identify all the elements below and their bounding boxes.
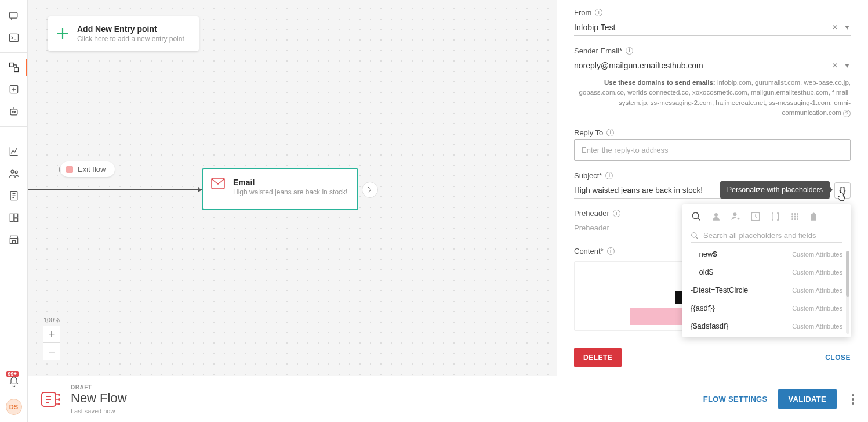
from-label: Fromi	[574, 8, 851, 17]
rail-broadcast-icon[interactable]	[1, 78, 27, 100]
delete-button[interactable]: DELETE	[574, 348, 622, 367]
flow-saved-label: Last saved now	[71, 407, 384, 414]
info-icon[interactable]: i	[626, 47, 633, 55]
svg-rect-1	[9, 34, 18, 41]
svg-rect-14	[212, 178, 224, 189]
flow-settings-button[interactable]: FLOW SETTINGS	[703, 395, 768, 403]
from-value: Infobip Test	[574, 23, 615, 32]
info-icon[interactable]: i	[606, 129, 614, 136]
rail-doc-icon[interactable]	[1, 185, 27, 207]
info-icon[interactable]: i	[595, 9, 602, 16]
search-icon	[691, 232, 699, 240]
svg-point-22	[791, 218, 793, 220]
close-button[interactable]: CLOSE	[825, 354, 851, 362]
rail-bot-icon[interactable]	[1, 100, 27, 122]
svg-point-21	[797, 216, 798, 218]
svg-rect-0	[9, 12, 17, 18]
info-icon[interactable]: i	[607, 247, 615, 255]
svg-point-6	[12, 111, 13, 113]
bottom-bar: DRAFT New Flow Last saved now FLOW SETTI…	[28, 376, 868, 422]
placeholder-popover: __new$Custom Attributes __old$Custom Att…	[682, 204, 851, 337]
placeholder-item[interactable]: {$adsfasdf}Custom Attributes	[682, 317, 851, 335]
notifications-bell[interactable]: 99+	[1, 371, 27, 393]
svg-point-19	[791, 216, 793, 218]
zoom-in-button[interactable]: +	[43, 326, 60, 343]
domains-hint: Use these domains to send emails: infobi…	[574, 78, 851, 118]
zoom-out-button[interactable]: –	[43, 343, 60, 360]
exit-flow-chip[interactable]: Exit flow	[60, 161, 115, 177]
ph-tab-person[interactable]	[707, 208, 725, 225]
rail-analytics-icon[interactable]	[1, 140, 27, 163]
entry-title: Add New Entry point	[77, 24, 190, 34]
replyto-label: Reply Toi	[574, 128, 851, 137]
sender-select[interactable]: noreply@mailgun.emailtesthub.com ✕▼	[574, 57, 851, 74]
svg-rect-11	[10, 214, 13, 221]
placeholder-item[interactable]: -Dtest=TestCircleCustom Attributes	[682, 281, 851, 299]
rail-chat-icon[interactable]	[1, 5, 27, 27]
help-icon[interactable]: ?	[843, 110, 851, 117]
personalize-tooltip: Personalize with placeholders	[720, 181, 830, 199]
chevron-down-icon[interactable]: ▼	[844, 62, 851, 70]
rail-terminal-icon[interactable]	[1, 27, 27, 49]
connector-line	[28, 169, 63, 169]
svg-rect-3	[14, 68, 18, 72]
svg-rect-2	[9, 63, 13, 67]
more-menu-button[interactable]	[847, 389, 856, 409]
flow-logo-icon	[39, 388, 63, 411]
svg-point-8	[11, 170, 14, 173]
ph-tab-brackets[interactable]	[766, 208, 785, 225]
clear-icon[interactable]: ✕	[832, 62, 838, 70]
rail-flow-icon[interactable]	[1, 56, 27, 78]
ph-tab-person-gear[interactable]	[727, 208, 745, 225]
email-node-subtitle: High waisted jeans are back in stock!	[233, 188, 349, 196]
flow-canvas[interactable]: Add New Entry point Click here to add a …	[28, 0, 557, 376]
svg-point-24	[797, 218, 798, 220]
subject-label: Subject*i	[574, 171, 851, 180]
clear-icon[interactable]: ✕	[832, 23, 838, 31]
svg-rect-13	[14, 218, 17, 222]
plus-icon	[55, 26, 70, 41]
chevron-down-icon[interactable]: ▼	[844, 23, 851, 31]
svg-rect-12	[14, 214, 17, 217]
scrollbar-thumb[interactable]	[846, 251, 849, 297]
validate-button[interactable]: VALIDATE	[778, 389, 837, 409]
flow-status: DRAFT	[71, 384, 384, 391]
rail-template-icon[interactable]	[1, 207, 27, 229]
svg-point-7	[14, 111, 15, 113]
svg-point-9	[15, 171, 17, 173]
zoom-level: 100%	[43, 316, 60, 323]
from-select[interactable]: Infobip Test ✕▼	[574, 19, 851, 36]
svg-point-17	[794, 213, 796, 215]
placeholder-item[interactable]: {{asdf}}Custom Attributes	[682, 299, 851, 317]
placeholder-search[interactable]	[691, 229, 842, 243]
exit-flow-label: Exit flow	[78, 165, 106, 174]
user-avatar[interactable]: DS	[6, 399, 22, 415]
cursor-icon	[836, 190, 847, 203]
sender-label: Sender Email*i	[574, 46, 851, 55]
node-output-handle[interactable]	[362, 182, 378, 198]
email-node-title: Email	[233, 178, 349, 187]
replyto-input[interactable]: Enter the reply-to address	[574, 139, 851, 161]
placeholder-search-input[interactable]	[703, 231, 842, 240]
svg-point-18	[797, 213, 798, 215]
info-icon[interactable]: i	[605, 172, 613, 179]
placeholder-item[interactable]: __old$Custom Attributes	[682, 263, 851, 281]
ph-tab-company[interactable]	[805, 208, 824, 225]
svg-rect-5	[10, 109, 17, 115]
scrollbar[interactable]	[846, 251, 849, 334]
ph-tab-grid[interactable]	[786, 208, 804, 225]
placeholder-list: __new$Custom Attributes __old$Custom Att…	[682, 245, 851, 335]
ph-tab-search[interactable]	[687, 208, 706, 225]
sender-value: noreply@mailgun.emailtesthub.com	[574, 61, 703, 70]
rail-store-icon[interactable]	[1, 229, 27, 251]
svg-point-20	[794, 216, 796, 218]
add-entry-point-card[interactable]: Add New Entry point Click here to add a …	[48, 16, 199, 51]
envelope-icon	[211, 178, 225, 189]
flow-name-input[interactable]: New Flow	[71, 391, 384, 406]
rail-people-icon[interactable]	[1, 163, 27, 185]
email-node[interactable]: Email High waisted jeans are back in sto…	[202, 168, 358, 210]
placeholder-item[interactable]: __new$Custom Attributes	[682, 245, 851, 263]
info-icon[interactable]: i	[613, 210, 620, 217]
svg-point-23	[794, 218, 796, 220]
ph-tab-time[interactable]	[746, 208, 765, 225]
